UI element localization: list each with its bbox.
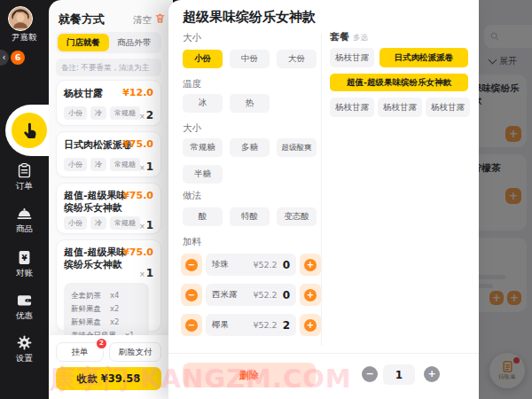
item-tag: 冷 [90,158,106,171]
cart-footer: 挂单 2 刷脸支付 收款 ¥39.58 [49,335,173,399]
sugar-option[interactable]: 常规糖 [183,138,223,157]
item-name: 杨枝甘露 [64,87,103,100]
method-option[interactable]: 特酸 [230,207,270,226]
item-tag: 冷 [90,216,106,230]
topping-info: 椰果 ¥52.2 2 [206,314,296,336]
method-section-label: 做法 [183,190,201,202]
topping-row: − 珍珠 ¥52.2 0 + [181,254,321,276]
topping-plus-button[interactable]: + [300,314,321,336]
minus-icon: − [185,319,198,332]
sugar-section-label: 大小 [183,122,201,135]
sidebar-item-reconcile[interactable]: ¥ 对账 [0,249,49,279]
product-option-modal: 超级果味缤纷乐女神款 大小 小份 中份 大份 温度 冰 热 大小 常规糖 多糖 … [168,0,479,399]
size-option[interactable]: 中份 [230,50,270,68]
sugar-option[interactable]: 多糖 [230,138,270,157]
modal-footer: 删除 − 1 + [168,353,479,399]
combo-option[interactable]: 杨枝甘露 [330,98,374,117]
sidebar-item-ordering[interactable] [12,113,47,148]
sidebar-item-label: 对账 [0,268,49,279]
combo-option[interactable]: 杨枝甘露 [330,48,374,67]
clipboard-icon [16,162,33,179]
temp-option[interactable]: 热 [230,94,270,113]
modal-title: 超级果味缤纷乐女神款 [183,9,316,26]
sidebar: 尹嘉毅 ‹ 6 订单 商品 ¥ [0,0,49,399]
topping-minus-button[interactable]: − [181,254,202,276]
item-quantity: ×1 [139,215,153,232]
sidebar-item-label: 订单 [0,181,49,192]
sidebar-item-settings[interactable]: 设置 [0,334,49,364]
order-note-input[interactable]: 备注: 不要香菜，清淡为主 [56,59,161,76]
hold-order-badge: 2 [97,339,106,348]
notification-badge: 6 [11,51,25,65]
cart-item[interactable]: 日式肉松派派卷 ¥75.0 小份 冷 常规糖 ×1 [56,131,161,177]
topping-minus-button[interactable]: − [181,284,202,306]
sugar-option[interactable]: 半糖 [183,165,223,184]
item-price: ¥75.0 [122,138,153,150]
tab-takeout[interactable]: 商品外带 [109,34,160,51]
topping-plus-button[interactable]: + [300,284,321,306]
sidebar-item-label: 设置 [0,353,49,364]
combo-option[interactable]: 日式肉松派派卷 [379,48,468,67]
column-divider [321,34,322,346]
item-tag: 常规糖 [110,158,140,171]
hold-order-button[interactable]: 挂单 2 [56,342,104,362]
item-tag: 常规糖 [110,216,140,230]
item-tags: 小份 冷 常规糖 [64,106,144,120]
sidebar-item-products[interactable]: 商品 [0,205,49,235]
quantity-minus-button[interactable]: − [362,366,378,382]
trash-icon[interactable] [154,12,166,24]
quantity-plus-button[interactable]: + [424,366,440,382]
user-photo [9,7,32,30]
sidebar-item-discounts[interactable]: 优惠 [0,292,49,322]
plus-icon: + [304,289,317,301]
yuan-document-icon: ¥ [16,249,33,266]
cloche-icon [16,205,33,222]
size-option[interactable]: 大份 [277,50,317,68]
sidebar-item-label: 优惠 [0,310,49,322]
sub-item: 新鲜果盘x2 [71,304,142,315]
method-option[interactable]: 变态酸 [277,207,317,226]
collapse-handle[interactable]: ‹ [0,50,9,66]
temp-section-label: 温度 [183,78,201,90]
cart-item[interactable]: 杨枝甘露 ¥12.0 小份 冷 常规糖 ×2 [56,80,161,126]
wallet-icon [16,292,33,309]
topping-info: 珍珠 ¥52.2 0 [206,254,296,276]
combo-option[interactable]: 杨枝甘露 [378,98,422,117]
cart-item-selected[interactable]: 超值-超级果味缤纷乐女神款 ¥75.0 ×1 全套奶茶x4 新鲜果盘x2 新鲜果… [56,239,161,332]
temp-option[interactable]: 冰 [183,94,223,113]
item-tag: 小份 [64,216,87,230]
clear-cart-button[interactable]: 清空 [133,14,152,27]
cart-item[interactable]: 超值-超级果味缤纷乐女神款 ¥75.0 小份 冷 常规糖 ×1 [56,183,161,234]
item-tags: 小份 冷 常规糖 [64,158,144,171]
checkout-button[interactable]: 收款 ¥39.58 [56,367,161,390]
sidebar-item-orders[interactable]: 订单 [0,162,49,192]
combo-option[interactable]: 超值-超级果味缤纷乐女神款 [330,74,468,91]
order-type-tabs: 门店就餐 商品外带 [56,32,161,53]
face-pay-button[interactable]: 刷脸支付 [109,342,161,362]
topping-minus-button[interactable]: − [181,314,202,336]
topping-row: − 椰果 ¥52.2 2 + [181,314,321,336]
size-option[interactable]: 小份 [183,50,223,68]
sugar-option[interactable]: 超级酸爽 [277,138,317,157]
item-tag: 小份 [64,158,87,171]
avatar[interactable] [8,6,33,31]
item-price: ¥75.0 [122,246,153,258]
item-price: ¥12.0 [122,87,153,98]
gear-icon [16,334,33,351]
svg-text:¥: ¥ [21,254,27,262]
method-option[interactable]: 酸 [183,207,223,226]
topping-plus-button[interactable]: + [300,254,321,276]
modal-overlay[interactable] [479,0,532,399]
quantity-value: 1 [383,364,415,385]
item-quantity: ×1 [139,157,153,174]
hand-pointer-icon [20,121,39,140]
user-name: 尹嘉毅 [0,32,49,43]
delete-button[interactable]: 删除 [183,363,316,387]
topping-info: 西米露 ¥52.2 0 [206,284,296,306]
tab-dine-in[interactable]: 门店就餐 [58,34,109,51]
sidebar-item-label: 商品 [0,223,49,235]
pos-app: 展开 超级果味缤纷乐女神款 + 蜂蜜柠檬茶 + 果茶 件商品 + + 待取单 尹… [0,0,532,399]
plus-icon: + [304,259,317,271]
item-name: 超值-超级果味缤纷乐女神款 [64,246,129,272]
combo-option[interactable]: 杨枝甘露 [426,98,470,117]
